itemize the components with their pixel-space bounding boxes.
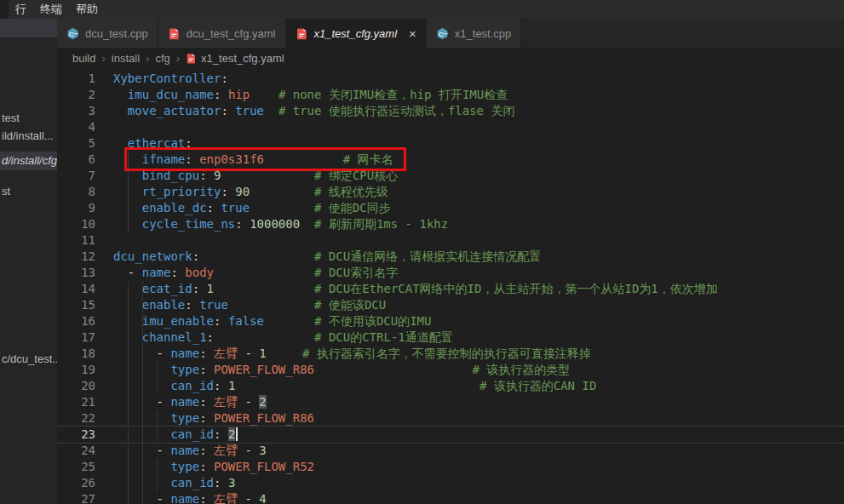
code-token: :	[185, 152, 199, 166]
code-line[interactable]: 4	[57, 119, 844, 135]
tab-label: dcu_test.cpp	[85, 27, 148, 40]
code-token: ecat_id	[142, 282, 192, 295]
code-token: # DCU的CTRL-1通道配置	[314, 330, 453, 344]
code-line[interactable]: 8 rt_priority: 90 # 线程优先级	[57, 184, 844, 200]
sidebar: ··· testild/install...d/install/cfgstc/d…	[0, 19, 57, 504]
code-line[interactable]: 16 imu_enable: false # 不使用该DCU的IMU	[57, 313, 844, 329]
code-line[interactable]: 13 - name: body # DCU索引名字	[57, 265, 844, 281]
sidebar-item[interactable]: ild/install...	[0, 127, 57, 146]
tab-dcu_test_cfg.yaml[interactable]: dcu_test_cfg.yaml	[158, 19, 286, 48]
close-icon[interactable]: ×	[409, 27, 416, 40]
code-content: rt_priority: 90 # 线程优先级	[95, 184, 844, 200]
code-content: enable: true # 使能该DCU	[95, 297, 844, 313]
indent-guide	[142, 443, 143, 459]
code-line[interactable]: 21 - name: 左臂 - 2	[57, 394, 844, 410]
code-token: dcu_network	[113, 249, 192, 263]
code-line[interactable]: 3 move_actuator: true # true 使能执行器运动测试，f…	[57, 103, 844, 119]
code-line[interactable]: 19 type: POWER_FLOW_R86 # 该执行器的类型	[57, 362, 844, 378]
tab-dcu_test.cpp[interactable]: C++dcu_test.cpp	[57, 19, 158, 48]
menu-item[interactable]: 帮助	[69, 2, 105, 17]
code-line[interactable]: 10 cycle_time_ns: 1000000 # 刷新周期1ms - 1k…	[57, 216, 844, 232]
sidebar-item[interactable]: c/dcu_test...	[0, 350, 57, 369]
code-line[interactable]: 7 bind_cpu: 9 # 绑定CPU核心	[57, 168, 844, 184]
code-token: # DCU索引名字	[314, 266, 398, 279]
line-number: 24	[57, 443, 95, 459]
tab-x1_test.cpp[interactable]: C++x1_test.cpp	[427, 19, 522, 48]
indent-guide	[142, 313, 143, 329]
code-line[interactable]: 12dcu_network: # DCU通信网络，请根据实机连接情况配置	[57, 249, 844, 265]
breadcrumb-file[interactable]: x1_test_cfg.yaml	[186, 52, 284, 65]
indent-guide	[142, 378, 143, 394]
sidebar-item[interactable]: test	[0, 109, 57, 128]
sidebar-item[interactable]: st	[0, 182, 57, 201]
code-token: # 执行器索引名字，不需要控制的执行器可直接注释掉	[302, 346, 591, 360]
code-token: enable	[142, 298, 186, 312]
code-token: ethercat	[128, 136, 185, 150]
editor[interactable]: 1XyberController:2 imu_dcu_name: hip # n…	[57, 68, 844, 504]
code-line[interactable]: 20 can_id: 1 # 该执行器的CAN ID	[57, 378, 844, 394]
code-token: :	[185, 136, 192, 150]
code-line[interactable]: 27 - name: 左臂 - 4	[57, 491, 844, 504]
line-number: 10	[57, 216, 95, 232]
workbench: ··· testild/install...d/install/cfgstc/d…	[0, 19, 844, 504]
tab-bar: C++dcu_test.cppdcu_test_cfg.yamlx1_test_…	[57, 19, 844, 48]
code-token: :	[199, 444, 214, 457]
code-token: :	[199, 460, 214, 473]
code-line[interactable]: 15 enable: true # 使能该DCU	[57, 297, 844, 313]
code-token: imu_enable	[142, 314, 214, 328]
code-line[interactable]: 9 enable_dc: true # 使能DC同步	[57, 200, 844, 216]
code-token: :	[199, 346, 214, 360]
code-line[interactable]: 5 ethercat:	[57, 135, 844, 152]
breadcrumb-segment[interactable]: cfg	[155, 52, 169, 65]
indent-guide	[128, 313, 129, 329]
code-line[interactable]: 6 ifname: enp0s31f6 # 网卡名	[57, 152, 844, 168]
code-line[interactable]: 23 can_id: 2	[57, 427, 844, 443]
code-line[interactable]: 25 type: POWER_FLOW_R52	[57, 459, 844, 475]
code-line[interactable]: 14 ecat_id: 1 # DCU在EtherCAT网络中的ID，从主站开始…	[57, 281, 844, 297]
sidebar-item[interactable]: d/install/cfg	[0, 152, 57, 170]
code-token: bind_cpu	[142, 169, 199, 182]
indent-guide	[157, 427, 158, 443]
code-token: # 刷新周期1ms - 1khz	[314, 217, 448, 231]
cpp-icon: C++	[66, 27, 79, 40]
code-token: hip	[228, 88, 250, 101]
indent-guide	[142, 297, 143, 313]
code-line[interactable]: 24 - name: 左臂 - 3	[57, 443, 844, 459]
sidebar-item[interactable]	[0, 19, 57, 37]
breadcrumb-segment[interactable]: install	[112, 52, 140, 65]
line-number: 12	[57, 249, 95, 265]
line-number: 13	[57, 265, 95, 281]
code-token: channel_1	[142, 330, 207, 344]
line-number: 17	[57, 329, 95, 346]
code-token: :	[235, 217, 250, 231]
code-content: can_id: 2	[95, 427, 844, 443]
code-line[interactable]: 17 channel_1: # DCU的CTRL-1通道配置	[57, 329, 844, 346]
code-token	[113, 136, 128, 150]
breadcrumb-file-label: x1_test_cfg.yaml	[201, 52, 284, 65]
code-token: # 网卡名	[343, 152, 393, 166]
code-token: 3	[259, 444, 266, 457]
code-line[interactable]: 11	[57, 232, 844, 249]
tab-x1_test_cfg.yaml[interactable]: x1_test_cfg.yaml×	[286, 19, 427, 48]
code-token: cycle_time_ns	[142, 217, 236, 231]
breadcrumb-segment[interactable]: build	[72, 52, 95, 65]
menu-item[interactable]: 终端	[33, 2, 69, 17]
code-token: :	[199, 411, 214, 425]
line-number: 1	[57, 71, 95, 87]
code-token: :	[221, 185, 235, 198]
code-line[interactable]: 1XyberController:	[57, 71, 844, 87]
svg-text:+: +	[445, 31, 448, 36]
code-token	[314, 363, 472, 376]
code-token: true	[235, 104, 264, 117]
line-number: 7	[57, 168, 95, 184]
code-line[interactable]: 2 imu_dcu_name: hip # none 关闭IMU检查，hip 打…	[57, 87, 844, 103]
code-token: type	[170, 411, 199, 425]
code-line[interactable]: 22 type: POWER_FLOW_R86	[57, 410, 844, 427]
code-token: # none 关闭IMU检查，hip 打开IMU检查	[278, 88, 508, 101]
chevron-right-icon: ›	[101, 52, 105, 65]
code-token: # 该执行器的类型	[472, 363, 570, 376]
code-line[interactable]: 18 - name: 左臂 - 1 # 执行器索引名字，不需要控制的执行器可直接…	[57, 346, 844, 362]
code-token: POWER_FLOW_R86	[214, 363, 314, 376]
menu-item[interactable]: 行	[9, 2, 33, 17]
code-line[interactable]: 26 can_id: 3	[57, 475, 844, 491]
